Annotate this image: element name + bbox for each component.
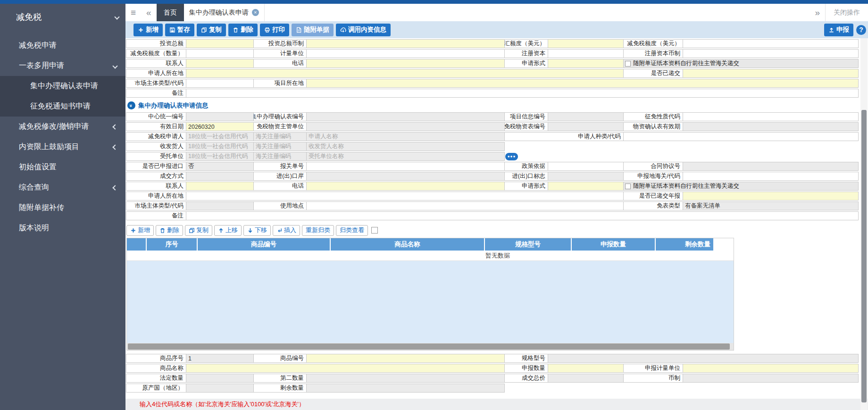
close-tab-icon[interactable]: × [252, 9, 259, 16]
grid-toolbar-copy-button[interactable]: 复制 [185, 225, 212, 236]
sidebar-item-3[interactable]: 征免税通知书申请 [0, 96, 125, 117]
form-field[interactable] [186, 49, 254, 58]
form-field[interactable] [306, 122, 505, 131]
form-field[interactable] [306, 384, 505, 393]
horizontal-scrollbar[interactable] [127, 343, 734, 350]
form-field[interactable] [683, 122, 859, 131]
form-field[interactable]: 受托单位名称 [306, 152, 505, 161]
form-field[interactable] [548, 39, 624, 48]
form-field[interactable] [186, 69, 624, 78]
form-field[interactable] [683, 39, 859, 48]
grid-toolbar-down-button[interactable]: 下移 [243, 225, 271, 236]
form-field[interactable] [683, 112, 859, 121]
scroll-tabs-right-icon[interactable]: » [810, 4, 825, 21]
form-field[interactable] [683, 162, 859, 171]
form-field[interactable] [548, 49, 624, 58]
sidebar-item-1[interactable]: 一表多用申请 [0, 56, 125, 76]
form-field[interactable] [186, 374, 254, 383]
sidebar-item-2[interactable]: 集中办理确认表申请 [0, 76, 125, 96]
form-field[interactable] [683, 374, 859, 383]
close-operations-button[interactable]: 关闭操作 [825, 4, 868, 21]
form-field[interactable] [548, 162, 624, 171]
grid-toolbar-up-button[interactable]: 上移 [214, 225, 242, 236]
toolbar-cloud-button[interactable]: 调用内资信息 [336, 24, 391, 36]
form-field[interactable] [186, 172, 254, 181]
column-header-1[interactable]: 序号 [147, 238, 197, 251]
form-field[interactable] [683, 192, 859, 201]
vertical-scrollbar[interactable] [860, 38, 868, 410]
form-field[interactable] [186, 182, 254, 191]
form-field[interactable] [186, 384, 254, 393]
form-field[interactable] [306, 39, 505, 48]
column-header-checkbox[interactable] [127, 238, 146, 251]
form-field[interactable]: 海关注册编码 [253, 132, 307, 141]
form-field[interactable] [683, 172, 859, 181]
form-field[interactable] [548, 172, 624, 181]
declare-button[interactable]: 申报 [824, 24, 853, 36]
form-field[interactable] [548, 122, 624, 131]
form-field[interactable] [306, 112, 505, 121]
form-field[interactable] [683, 69, 859, 78]
column-header-3[interactable]: 商品名称 [331, 238, 484, 251]
form-field[interactable] [186, 59, 254, 68]
form-field[interactable] [548, 374, 624, 383]
form-field[interactable] [548, 364, 624, 373]
toolbar-copy-button[interactable]: 复制 [197, 24, 226, 36]
help-button[interactable]: ? [856, 25, 866, 35]
form-field[interactable]: 20260320 [186, 122, 254, 131]
form-field[interactable] [306, 354, 505, 363]
form-field[interactable] [548, 354, 859, 363]
sidebar-title[interactable]: 减免税 [0, 4, 125, 30]
toolbar-doc-button[interactable]: 随附单据 [292, 24, 334, 36]
form-field[interactable]: 18位统一社会信用代码 [186, 142, 254, 151]
form-field[interactable]: 18位统一社会信用代码 [186, 132, 254, 141]
form-field[interactable]: 否 [186, 162, 254, 171]
form-field[interactable] [186, 112, 254, 121]
form-field[interactable]: 有备案无清单 [683, 201, 859, 210]
column-header-5[interactable]: 申报数量 [572, 238, 655, 251]
form-field[interactable] [186, 201, 254, 210]
form-field[interactable] [306, 162, 505, 171]
tab-home[interactable]: 首页 [157, 4, 184, 21]
sidebar-item-9[interactable]: 版本说明 [0, 218, 125, 238]
select-all-checkbox[interactable] [371, 227, 378, 234]
form-field[interactable] [306, 182, 505, 191]
form-field[interactable] [306, 59, 505, 68]
menu-toggle-icon[interactable]: ≡ [125, 4, 141, 21]
form-field[interactable] [186, 364, 505, 373]
form-field[interactable] [186, 192, 624, 201]
paper-submit-checkbox[interactable] [625, 184, 631, 189]
form-field[interactable] [306, 49, 505, 58]
sidebar-item-5[interactable]: 内资限上鼓励项目 [0, 137, 125, 157]
toolbar-print-button[interactable]: 打印 [260, 24, 289, 36]
ellipsis-lookup-button[interactable]: ●●● [505, 153, 518, 160]
scroll-tabs-left-icon[interactable]: « [141, 4, 157, 21]
form-field[interactable] [186, 211, 859, 220]
sidebar-item-0[interactable]: 减免税申请 [0, 35, 125, 56]
form-field[interactable] [683, 49, 859, 58]
form-field[interactable]: 申请人名称 [306, 132, 505, 141]
form-field[interactable] [623, 132, 859, 141]
vertical-scrollbar-thumb[interactable] [861, 110, 867, 402]
column-header-4[interactable]: 规格型号 [485, 238, 571, 251]
form-field[interactable] [186, 39, 254, 48]
sidebar-item-4[interactable]: 减免税修改/撤销申请 [0, 117, 125, 137]
sidebar-item-7[interactable]: 综合查询 [0, 177, 125, 198]
horizontal-scrollbar-thumb[interactable] [128, 343, 730, 350]
form-field[interactable]: 海关注册编码 [253, 142, 307, 151]
grid-toolbar-insert-button[interactable]: 插入 [273, 225, 300, 236]
form-field[interactable] [306, 201, 624, 210]
form-field[interactable] [306, 79, 859, 88]
form-field[interactable]: 海关注册编码 [253, 152, 307, 161]
tab-current[interactable]: 集中办理确认表申请 × [184, 4, 265, 21]
form-field[interactable] [548, 59, 624, 68]
form-field[interactable]: 收发货人名称 [306, 142, 505, 151]
column-header-2[interactable]: 商品编号 [198, 238, 330, 251]
collapse-section-icon[interactable]: » [127, 101, 135, 109]
form-field[interactable] [186, 79, 254, 88]
grid-toolbar-重新归类-button[interactable]: 重新归类 [302, 225, 334, 236]
toolbar-trash-button[interactable]: 删除 [228, 24, 258, 36]
form-field[interactable] [186, 89, 859, 98]
grid-toolbar-plus-button[interactable]: 新增 [126, 225, 154, 236]
form-field[interactable]: 18位统一社会信用代码 [186, 152, 254, 161]
